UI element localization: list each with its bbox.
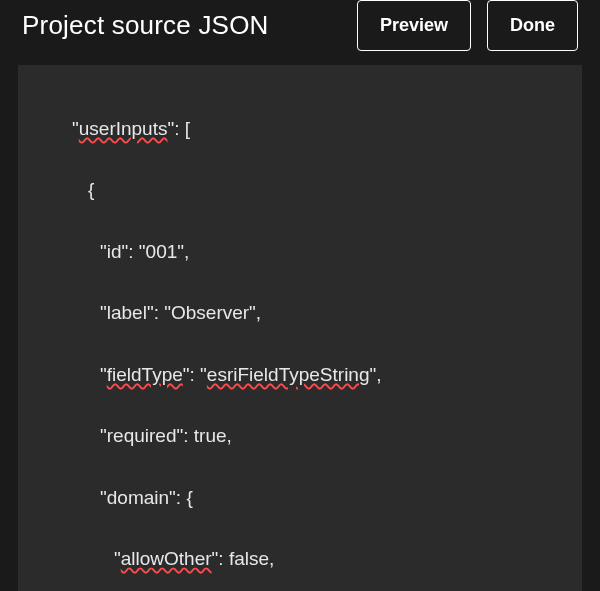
done-button[interactable]: Done — [487, 0, 578, 51]
code-line: "userInputs": [ — [40, 114, 564, 145]
code-value: false — [229, 548, 269, 569]
code-value: 001 — [146, 241, 178, 262]
editor-wrap: "userInputs": [ { "id": "001", "label": … — [0, 51, 600, 591]
code-key: domain — [107, 487, 169, 508]
json-editor[interactable]: "userInputs": [ { "id": "001", "label": … — [18, 65, 582, 591]
code-key: label — [107, 302, 147, 323]
code-line: "allowOther": false, — [40, 544, 564, 575]
code-key: userInputs — [79, 118, 168, 139]
preview-button[interactable]: Preview — [357, 0, 471, 51]
header-bar: Project source JSON Preview Done — [0, 0, 600, 51]
code-key: required — [107, 425, 177, 446]
json-editor-window: Project source JSON Preview Done "userIn… — [0, 0, 600, 591]
code-line: "required": true, — [40, 421, 564, 452]
code-value: true — [194, 425, 227, 446]
code-line: "label": "Observer", — [40, 298, 564, 329]
code-line: "domain": { — [40, 483, 564, 514]
code-value: Observer — [171, 302, 249, 323]
page-title: Project source JSON — [22, 10, 341, 41]
code-line: "fieldType": "esriFieldTypeString", — [40, 360, 564, 391]
code-value: esriFieldTypeString — [207, 364, 370, 385]
code-key: allowOther — [121, 548, 212, 569]
code-key: fieldType — [107, 364, 183, 385]
code-line: "id": "001", — [40, 237, 564, 268]
code-line: { — [40, 175, 564, 206]
code-key: id — [107, 241, 122, 262]
